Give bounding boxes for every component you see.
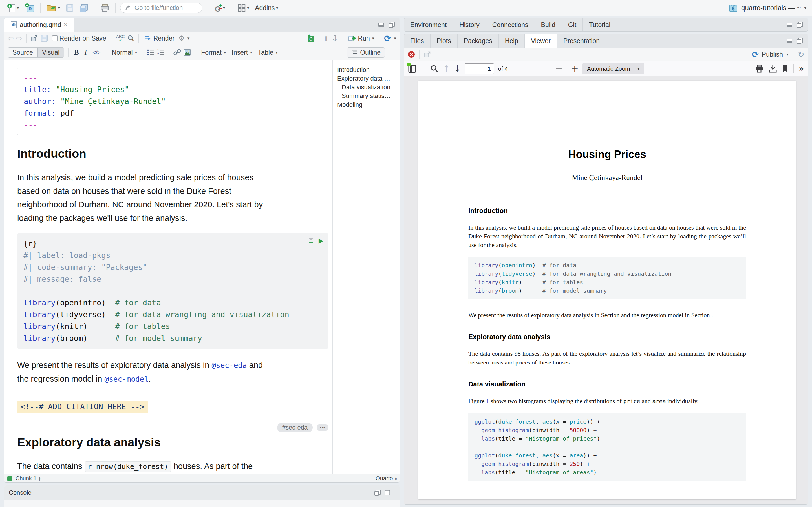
- go-next-chunk-icon[interactable]: ⇩: [332, 34, 338, 43]
- viewer-minimize-icon[interactable]: [786, 38, 793, 44]
- save-button[interactable]: [64, 3, 75, 13]
- pdf-bookmark-icon[interactable]: [782, 64, 788, 73]
- paragraph-style-select[interactable]: Normal ▾: [110, 48, 139, 57]
- popout-icon[interactable]: [31, 35, 38, 42]
- pdf-zoom-in-icon[interactable]: +: [571, 63, 578, 74]
- code-format-button[interactable]: </>: [91, 48, 102, 56]
- run-chunk-icon[interactable]: ▶: [319, 237, 323, 244]
- editor-canvas[interactable]: ---title: "Housing Prices"author: "Mine …: [4, 60, 333, 474]
- open-file-button[interactable]: ▾: [45, 3, 62, 13]
- env-maximize-icon[interactable]: [797, 21, 803, 28]
- run-chunks-above-icon[interactable]: [308, 237, 314, 244]
- link-icon[interactable]: [173, 49, 181, 56]
- save-doc-icon[interactable]: [41, 35, 48, 42]
- env-minimize-icon[interactable]: [786, 22, 793, 28]
- project-menu[interactable]: R quarto-tutorials — ~ ▾: [728, 3, 806, 13]
- document-outline: Introduction Exploratory data … Data vis…: [333, 60, 400, 474]
- source-rerun-icon[interactable]: ⟳: [384, 34, 391, 43]
- pdf-page-input[interactable]: [465, 63, 494, 74]
- refresh-viewer-icon[interactable]: ↻: [798, 50, 804, 59]
- tab-git[interactable]: Git: [562, 18, 583, 32]
- pdf-prev-page-icon[interactable]: ↑: [443, 64, 450, 73]
- chunk-position[interactable]: Chunk 1: [15, 475, 37, 482]
- publish-button[interactable]: Publish: [762, 51, 783, 58]
- pdf-zoom-out-icon[interactable]: −: [555, 63, 563, 74]
- heading-eda: Exploratory data analysis: [17, 435, 328, 450]
- pdf-download-icon[interactable]: [769, 64, 777, 73]
- tab-viewer[interactable]: Viewer: [525, 34, 557, 48]
- pane-layout-button[interactable]: ▾: [236, 3, 251, 13]
- outline-item-summary-statistics[interactable]: Summary statis…: [337, 92, 397, 100]
- back-icon[interactable]: ⇦: [8, 34, 14, 43]
- mode-source-button[interactable]: Source: [8, 48, 38, 57]
- outline-item-introduction[interactable]: Introduction: [337, 65, 397, 74]
- outline-item-eda[interactable]: Exploratory data …: [337, 74, 397, 83]
- render-settings-caret[interactable]: ▾: [188, 36, 190, 41]
- source-rerun-caret[interactable]: ▾: [394, 36, 396, 41]
- tab-tutorial[interactable]: Tutorial: [583, 18, 617, 32]
- console-body[interactable]: [4, 500, 400, 507]
- pdf-next-page-icon[interactable]: ↓: [454, 64, 461, 73]
- render-button[interactable]: Render: [143, 34, 176, 43]
- save-all-button[interactable]: [78, 3, 90, 13]
- table-menu[interactable]: Table▾: [256, 48, 280, 57]
- new-file-button[interactable]: ▾: [6, 2, 20, 13]
- spellcheck-icon[interactable]: ABC ✓: [116, 35, 125, 42]
- viewer-popout-icon[interactable]: [423, 51, 432, 58]
- addins-button[interactable]: Addins ▾: [253, 3, 280, 13]
- insert-chunk-button[interactable]: C+: [306, 34, 315, 43]
- outline-item-modeling[interactable]: Modeling: [337, 100, 397, 109]
- tab-packages[interactable]: Packages: [458, 34, 499, 48]
- tab-history[interactable]: History: [453, 18, 486, 32]
- version-control-button[interactable]: G + − ▾: [212, 2, 227, 13]
- pdf-zoom-select[interactable]: Automatic Zoom ▾: [582, 63, 644, 74]
- run-caret[interactable]: ▾: [372, 36, 374, 41]
- console-maximize-icon[interactable]: [374, 489, 381, 496]
- publish-caret[interactable]: ▾: [786, 52, 789, 57]
- render-on-save-checkbox[interactable]: [52, 36, 58, 41]
- console-title[interactable]: Console: [9, 489, 32, 496]
- mode-visual-button[interactable]: Visual: [38, 48, 64, 57]
- numbered-list-icon[interactable]: 12: [157, 49, 165, 56]
- console-restore-icon[interactable]: [384, 490, 391, 496]
- tab-build[interactable]: Build: [535, 18, 562, 32]
- italic-button[interactable]: I: [83, 48, 89, 57]
- stop-viewer-button[interactable]: [407, 50, 415, 58]
- section-options-button[interactable]: •••: [317, 424, 328, 431]
- new-project-button[interactable]: R: [23, 2, 36, 13]
- print-button[interactable]: [99, 3, 111, 13]
- yaml-metadata-block[interactable]: ---title: "Housing Prices"author: "Mine …: [17, 68, 328, 135]
- render-settings-gear-icon[interactable]: ⚙: [179, 34, 185, 42]
- bullet-list-icon[interactable]: [147, 49, 155, 56]
- pdf-sidebar-toggle[interactable]: [408, 64, 416, 73]
- viewer-maximize-icon[interactable]: [797, 38, 803, 44]
- tab-authoring-qmd[interactable]: authoring.qmd ×: [4, 18, 74, 32]
- bold-button[interactable]: B: [72, 48, 81, 57]
- run-previous-chunks-icon[interactable]: ⇧: [323, 34, 329, 43]
- maximize-pane-icon[interactable]: [388, 21, 395, 28]
- tab-files[interactable]: Files: [404, 34, 430, 48]
- outline-item-data-visualization[interactable]: Data visualization: [337, 83, 397, 92]
- pdf-print-icon[interactable]: [755, 64, 763, 73]
- pdf-more-tools-icon[interactable]: »: [799, 64, 804, 73]
- tab-presentation[interactable]: Presentation: [557, 34, 606, 48]
- document-format[interactable]: Quarto: [375, 475, 393, 482]
- outline-toggle-button[interactable]: Outline: [347, 47, 385, 58]
- goto-file-search[interactable]: Go to file/function: [120, 3, 202, 13]
- tab-help[interactable]: Help: [499, 34, 525, 48]
- pdf-viewer-canvas[interactable]: Housing Prices Mine Çetinkaya-Rundel Int…: [404, 76, 808, 504]
- tab-plots[interactable]: Plots: [430, 34, 458, 48]
- close-tab-icon[interactable]: ×: [64, 21, 67, 29]
- code-chunk-load-pkgs[interactable]: ▶ {r}#| label: load-pkgs#| code-summary:…: [17, 233, 328, 349]
- image-icon[interactable]: [183, 49, 191, 56]
- tab-environment[interactable]: Environment: [404, 18, 453, 32]
- minimize-pane-icon[interactable]: [378, 22, 385, 28]
- run-button[interactable]: Run ▾: [346, 34, 376, 43]
- render-on-save-toggle[interactable]: Render on Save: [50, 34, 108, 43]
- forward-icon[interactable]: ⇨: [16, 34, 22, 43]
- search-doc-icon[interactable]: [127, 35, 135, 42]
- format-menu[interactable]: Format▾: [199, 48, 227, 57]
- insert-menu[interactable]: Insert▾: [230, 48, 254, 57]
- tab-connections[interactable]: Connections: [486, 18, 535, 32]
- pdf-search-icon[interactable]: [430, 64, 439, 73]
